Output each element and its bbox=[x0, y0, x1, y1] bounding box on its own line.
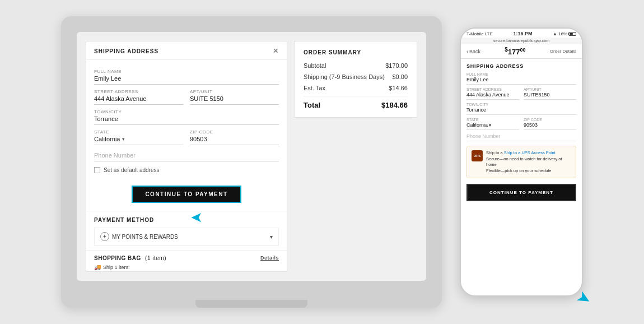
points-chevron-icon: ▾ bbox=[270, 234, 273, 240]
subtotal-row: Subtotal $170.00 bbox=[304, 62, 408, 69]
state-col: STATE California ▾ bbox=[94, 125, 183, 145]
laptop: SHIPPING ADDRESS ✕ FULL NAME Emily Lee S… bbox=[61, 16, 442, 308]
points-rewards-label-wrap: ✦ MY POINTS & REWARDS bbox=[100, 232, 178, 241]
payment-method-section: PAYMENT METHOD ✦ MY POINTS & REWARDS ▾ bbox=[86, 211, 287, 250]
shopping-bag-count: (1 item) bbox=[145, 255, 166, 261]
phone-continue-to-payment-button[interactable]: CONTINUE TO PAYMENT bbox=[466, 184, 576, 201]
ship-label: 🚚 Ship 1 item: bbox=[94, 264, 279, 270]
chevron-down-icon: ▾ bbox=[122, 136, 125, 142]
address-row: STREET ADDRESS 444 Alaska Avenue APT/UNI… bbox=[94, 85, 279, 105]
town-city-value: Torrance bbox=[94, 115, 279, 125]
ups-icon: UPS bbox=[472, 150, 483, 161]
order-summary-panel: ORDER SUMMARY Subtotal $170.00 Shipping … bbox=[294, 41, 417, 118]
phone-full-name-value: Emily Lee bbox=[466, 77, 576, 85]
close-icon[interactable]: ✕ bbox=[273, 47, 279, 55]
points-rewards-row[interactable]: ✦ MY POINTS & REWARDS ▾ bbox=[94, 228, 279, 246]
shipping-address-header: SHIPPING ADDRESS ✕ bbox=[86, 41, 287, 60]
carrier-label: T-Mobile bbox=[466, 31, 484, 36]
continue-btn-wrap: CONTINUE TO PAYMENT ➤ bbox=[86, 178, 287, 211]
phone-town-value: Torrance bbox=[466, 107, 576, 115]
network-label: LTE bbox=[485, 31, 493, 36]
default-address-label: Set as default address bbox=[104, 167, 160, 173]
phone-state-col: STATE California ▾ bbox=[466, 115, 519, 130]
phone-status-bar: T-Mobile LTE 1:16 PM ▲ 16% bbox=[461, 29, 582, 38]
zip-code-value: 90503 bbox=[190, 136, 279, 145]
price-cents: 00 bbox=[520, 47, 526, 53]
street-address-value: 444 Alaska Avenue bbox=[94, 95, 183, 105]
tax-label: Est. Tax bbox=[304, 85, 325, 91]
ship-icon: 🚚 bbox=[94, 264, 101, 270]
state-value: California bbox=[94, 136, 120, 142]
total-value: $184.66 bbox=[381, 101, 408, 109]
phone-content: SHIPPING ADDRESS FULL NAME Emily Lee STR… bbox=[461, 59, 582, 288]
back-chevron-icon: ‹ bbox=[466, 49, 468, 54]
battery-label: 16% bbox=[558, 31, 567, 36]
shipping-address-title: SHIPPING ADDRESS bbox=[94, 48, 158, 54]
phone-phone-field[interactable]: Phone Number bbox=[466, 133, 576, 141]
phone-full-name-label: FULL NAME bbox=[466, 72, 576, 76]
laptop-screen: SHIPPING ADDRESS ✕ FULL NAME Emily Lee S… bbox=[77, 32, 426, 281]
battery-fill bbox=[570, 33, 573, 35]
battery-icon bbox=[568, 32, 576, 36]
apt-unit-value: SUITE 5150 bbox=[190, 95, 279, 105]
street-col: STREET ADDRESS 444 Alaska Avenue bbox=[94, 85, 183, 105]
status-left: T-Mobile LTE bbox=[466, 31, 493, 36]
town-city-label: TOWN/CITY bbox=[94, 109, 279, 114]
phone-street-value: 444 Alaska Avenue bbox=[466, 92, 519, 100]
phone-zip-col: ZIP CODE 90503 bbox=[524, 115, 576, 130]
ups-access-point-link[interactable]: Ship to a UPS Access Point bbox=[504, 150, 556, 155]
phone-street-col: STREET ADDRESS 444 Alaska Avenue bbox=[466, 85, 519, 100]
laptop-base bbox=[195, 300, 307, 308]
shipping-value: $0.00 bbox=[392, 73, 408, 80]
apt-unit-label: APT/UNIT bbox=[190, 89, 279, 94]
summary-divider bbox=[304, 96, 408, 96]
scene: SHIPPING ADDRESS ✕ FULL NAME Emily Lee S… bbox=[0, 0, 644, 324]
phone-zip-value: 90503 bbox=[524, 122, 576, 130]
order-summary-title: ORDER SUMMARY bbox=[304, 49, 408, 55]
continue-to-payment-button[interactable]: CONTINUE TO PAYMENT bbox=[132, 186, 241, 203]
zip-col: ZIP CODE 90503 bbox=[190, 125, 279, 145]
default-address-checkbox[interactable] bbox=[94, 167, 100, 173]
url-text: secure-bananarepublic.gap.com bbox=[493, 39, 549, 43]
phone-field[interactable]: Phone Number bbox=[94, 152, 279, 161]
state-select[interactable]: California ▾ bbox=[94, 136, 183, 145]
phone-time: 1:16 PM bbox=[513, 31, 532, 36]
phone-zip-label: ZIP CODE bbox=[524, 118, 576, 122]
total-label: Total bbox=[304, 101, 320, 109]
status-right: ▲ 16% bbox=[553, 31, 576, 36]
phone-state-label: STATE bbox=[466, 118, 519, 122]
full-name-value: Emily Lee bbox=[94, 75, 279, 85]
price-display: $17700 bbox=[505, 47, 525, 56]
price-amount: 177 bbox=[508, 48, 520, 56]
shipping-row: Shipping (7-9 Business Days) $0.00 bbox=[304, 73, 408, 80]
back-button[interactable]: ‹ Back bbox=[466, 49, 480, 54]
phone-street-label: STREET ADDRESS bbox=[466, 87, 519, 91]
ups-line1: Secure—no need to watch for delivery at … bbox=[486, 156, 562, 168]
phone-shipping-title: SHIPPING ADDRESS bbox=[466, 63, 576, 69]
phone-town-label: TOWN/CITY bbox=[466, 103, 576, 107]
street-address-label: STREET ADDRESS bbox=[94, 89, 183, 94]
subtotal-label: Subtotal bbox=[304, 62, 326, 69]
phone-apt-label: APT/UNIT bbox=[524, 87, 576, 91]
ups-line2: Flexible—pick up on your schedule bbox=[486, 168, 551, 173]
ups-access-point-box: UPS Ship to a Ship to a UPS Access Point… bbox=[466, 146, 576, 178]
phone-apt-col: APT/UNIT SUITE5150 bbox=[524, 85, 576, 100]
order-details-link[interactable]: Order Details bbox=[550, 49, 576, 54]
tax-row: Est. Tax $14.66 bbox=[304, 85, 408, 91]
phone-chevron-icon: ▾ bbox=[489, 123, 491, 128]
subtotal-value: $170.00 bbox=[385, 62, 408, 69]
ups-title-prefix: Ship to a bbox=[486, 150, 504, 155]
points-icon: ✦ bbox=[100, 232, 109, 241]
details-link[interactable]: Details bbox=[260, 255, 279, 261]
payment-method-title: PAYMENT METHOD bbox=[94, 217, 279, 223]
phone-state-value: California bbox=[466, 122, 488, 128]
shopping-bag-header: SHOPPING BAG (1 item) Details bbox=[94, 255, 279, 261]
phone: T-Mobile LTE 1:16 PM ▲ 16% secure-banana… bbox=[460, 27, 583, 297]
phone-state-select[interactable]: California ▾ bbox=[466, 122, 519, 130]
arrow-indicator: ➤ bbox=[190, 211, 203, 225]
shopping-bag-title-wrap: SHOPPING BAG (1 item) bbox=[94, 255, 166, 261]
phone-address-row: STREET ADDRESS 444 Alaska Avenue APT/UNI… bbox=[466, 85, 576, 100]
points-rewards-label: MY POINTS & REWARDS bbox=[112, 234, 178, 240]
phone-container: T-Mobile LTE 1:16 PM ▲ 16% secure-banana… bbox=[460, 27, 583, 297]
left-panel: SHIPPING ADDRESS ✕ FULL NAME Emily Lee S… bbox=[86, 41, 287, 272]
